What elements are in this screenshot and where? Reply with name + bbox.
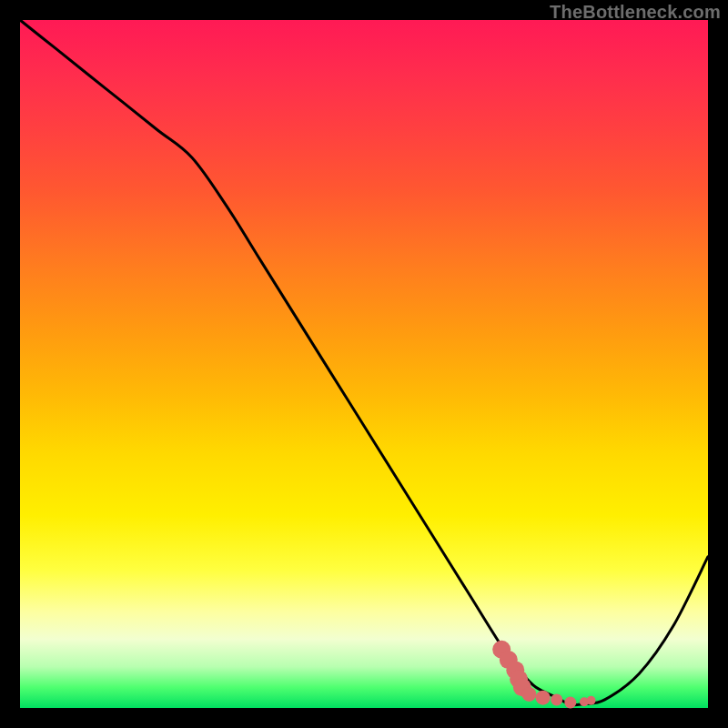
watermark-text: TheBottleneck.com bbox=[550, 2, 721, 23]
chart-container: TheBottleneck.com bbox=[0, 0, 728, 728]
plot-area bbox=[20, 20, 708, 708]
